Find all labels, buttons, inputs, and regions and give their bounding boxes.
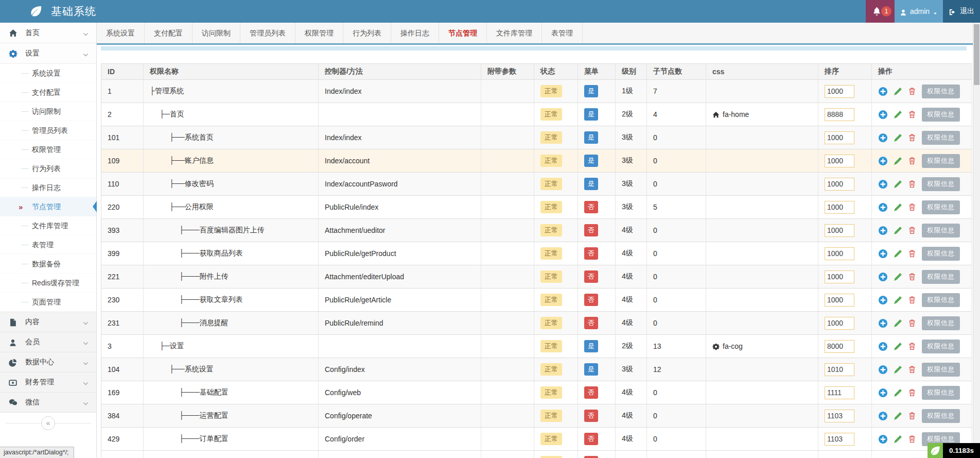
permission-info-button[interactable]: 权限信息 bbox=[922, 316, 960, 330]
delete-icon[interactable] bbox=[908, 296, 916, 304]
add-child-icon[interactable] bbox=[878, 318, 888, 328]
tab-access-limit[interactable]: 访问限制 bbox=[192, 23, 240, 43]
edit-icon[interactable] bbox=[894, 133, 902, 142]
tab-system-settings[interactable]: 系统设置 bbox=[97, 23, 145, 43]
add-child-icon[interactable] bbox=[878, 202, 888, 212]
sidebar-item-redis-cache-mgmt[interactable]: Redis缓存管理 bbox=[0, 274, 96, 293]
edit-icon[interactable] bbox=[894, 273, 902, 281]
sort-input[interactable] bbox=[825, 317, 854, 330]
permission-info-button[interactable]: 权限信息 bbox=[922, 154, 960, 168]
delete-icon[interactable] bbox=[908, 273, 916, 281]
edit-icon[interactable] bbox=[894, 365, 902, 374]
edit-icon[interactable] bbox=[894, 388, 902, 397]
edit-icon[interactable] bbox=[894, 435, 902, 444]
sort-input[interactable] bbox=[825, 224, 854, 237]
permission-info-button[interactable]: 权限信息 bbox=[922, 224, 960, 238]
delete-icon[interactable] bbox=[908, 133, 916, 142]
permission-info-button[interactable]: 权限信息 bbox=[922, 293, 960, 307]
permission-info-button[interactable]: 权限信息 bbox=[922, 409, 960, 423]
tab-permission-mgmt[interactable]: 权限管理 bbox=[295, 23, 343, 43]
delete-icon[interactable] bbox=[908, 435, 916, 443]
sidebar-item-behavior-list[interactable]: 行为列表 bbox=[0, 159, 96, 178]
permission-info-button[interactable]: 权限信息 bbox=[922, 363, 960, 377]
add-child-icon[interactable] bbox=[878, 388, 888, 398]
edit-icon[interactable] bbox=[894, 249, 902, 258]
add-child-icon[interactable] bbox=[878, 87, 888, 96]
edit-icon[interactable] bbox=[894, 319, 902, 328]
sort-input[interactable] bbox=[825, 108, 854, 121]
delete-icon[interactable] bbox=[908, 388, 916, 397]
permission-info-button[interactable]: 权限信息 bbox=[922, 340, 960, 353]
vertical-scrollbar[interactable] bbox=[973, 23, 980, 458]
add-child-icon[interactable] bbox=[878, 365, 888, 375]
add-child-icon[interactable] bbox=[878, 226, 888, 235]
sidebar-item-payment-config[interactable]: 支付配置 bbox=[0, 83, 96, 102]
permission-info-button[interactable]: 权限信息 bbox=[922, 131, 960, 145]
delete-icon[interactable] bbox=[908, 319, 916, 327]
permission-info-button[interactable]: 权限信息 bbox=[922, 108, 960, 122]
sidebar-item-permission-mgmt[interactable]: 权限管理 bbox=[0, 140, 96, 159]
sort-input[interactable] bbox=[825, 178, 854, 191]
sort-input[interactable] bbox=[825, 340, 854, 353]
edit-icon[interactable] bbox=[894, 87, 902, 96]
add-child-icon[interactable] bbox=[878, 156, 888, 166]
sidebar-group-finance[interactable]: 财务管理 bbox=[0, 372, 96, 393]
delete-icon[interactable] bbox=[908, 249, 916, 258]
sidebar-item-system-settings[interactable]: 系统设置 bbox=[0, 64, 96, 83]
trace-toggle-button[interactable] bbox=[927, 443, 943, 458]
sidebar-item-node-mgmt[interactable]: »节点管理 bbox=[0, 197, 96, 216]
permission-info-button[interactable]: 权限信息 bbox=[922, 270, 960, 284]
add-child-icon[interactable] bbox=[878, 133, 888, 143]
sort-input[interactable] bbox=[825, 201, 854, 214]
tab-admin-list[interactable]: 管理员列表 bbox=[240, 23, 295, 43]
delete-icon[interactable] bbox=[908, 226, 916, 234]
sort-input[interactable] bbox=[825, 85, 854, 98]
sidebar-item-operation-log[interactable]: 操作日志 bbox=[0, 178, 96, 197]
edit-icon[interactable] bbox=[894, 342, 902, 351]
sort-input[interactable] bbox=[825, 270, 854, 283]
delete-icon[interactable] bbox=[908, 365, 916, 374]
add-child-icon[interactable] bbox=[878, 295, 888, 305]
sidebar-item-page-mgmt[interactable]: 页面管理 bbox=[0, 293, 96, 312]
sidebar-item-data-backup[interactable]: 数据备份 bbox=[0, 255, 96, 274]
delete-icon[interactable] bbox=[908, 203, 916, 211]
scrollbar-thumb[interactable] bbox=[974, 24, 979, 85]
add-child-icon[interactable] bbox=[878, 434, 888, 444]
sidebar-item-access-limit[interactable]: 访问限制 bbox=[0, 102, 96, 121]
add-child-icon[interactable] bbox=[878, 249, 888, 259]
edit-icon[interactable] bbox=[894, 226, 902, 235]
sort-input[interactable] bbox=[825, 155, 854, 167]
permission-info-button[interactable]: 权限信息 bbox=[922, 84, 960, 98]
sidebar-collapse-button[interactable]: « bbox=[41, 416, 55, 430]
permission-info-button[interactable]: 权限信息 bbox=[922, 247, 960, 261]
add-child-icon[interactable] bbox=[878, 272, 888, 282]
delete-icon[interactable] bbox=[908, 412, 916, 420]
add-child-icon[interactable] bbox=[878, 179, 888, 189]
edit-icon[interactable] bbox=[894, 412, 902, 420]
edit-icon[interactable] bbox=[894, 203, 902, 212]
add-child-icon[interactable] bbox=[878, 110, 888, 120]
sort-input[interactable] bbox=[825, 294, 854, 307]
edit-icon[interactable] bbox=[894, 157, 902, 165]
sort-input[interactable] bbox=[825, 433, 854, 446]
sort-input[interactable] bbox=[825, 410, 854, 422]
sort-input[interactable] bbox=[825, 363, 854, 376]
sort-input[interactable] bbox=[825, 386, 854, 399]
delete-icon[interactable] bbox=[908, 157, 916, 165]
tab-behavior-list[interactable]: 行为列表 bbox=[343, 23, 391, 43]
add-child-icon[interactable] bbox=[878, 342, 888, 351]
sidebar-item-admin-list[interactable]: 管理员列表 bbox=[0, 121, 96, 140]
tab-operation-log[interactable]: 操作日志 bbox=[391, 23, 439, 43]
user-menu-button[interactable]: admin bbox=[895, 0, 943, 23]
delete-icon[interactable] bbox=[908, 110, 916, 118]
tab-file-lib-mgmt[interactable]: 文件库管理 bbox=[487, 23, 542, 43]
edit-icon[interactable] bbox=[894, 180, 902, 189]
tab-node-mgmt[interactable]: 节点管理 bbox=[439, 23, 487, 43]
sidebar-item-table-mgmt[interactable]: 表管理 bbox=[0, 235, 96, 255]
logout-button[interactable]: 退出 bbox=[943, 0, 980, 23]
delete-icon[interactable] bbox=[908, 180, 916, 188]
sort-input[interactable] bbox=[825, 131, 854, 144]
add-child-icon[interactable] bbox=[878, 411, 888, 421]
permission-info-button[interactable]: 权限信息 bbox=[922, 177, 960, 191]
tab-payment-config[interactable]: 支付配置 bbox=[145, 23, 192, 43]
